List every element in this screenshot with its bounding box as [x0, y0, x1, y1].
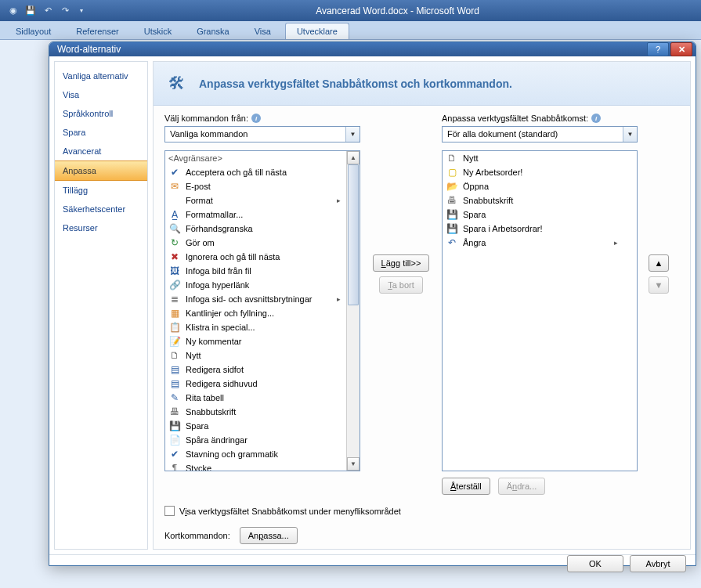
- command-icon: ✎: [168, 391, 181, 404]
- options-main-panel: 🛠 Anpassa verktygsfältet Snabbåtkomst oc…: [153, 61, 691, 550]
- list-item-label: <Avgränsare>: [168, 153, 343, 163]
- list-item[interactable]: 🔗Infoga hyperlänk: [165, 278, 346, 292]
- list-item[interactable]: 🖼Infoga bild från fil: [165, 264, 346, 278]
- undo-icon[interactable]: ↶: [41, 4, 55, 18]
- list-item[interactable]: ✉E-post: [165, 179, 346, 193]
- dialog-titlebar[interactable]: Word-alternativ ? ✕: [49, 42, 696, 56]
- save-icon[interactable]: 💾: [23, 4, 38, 18]
- choose-commands-combo[interactable]: Vanliga kommandon ▼: [164, 126, 360, 142]
- dialog-close-button[interactable]: ✕: [670, 42, 692, 56]
- office-button[interactable]: ◉: [6, 4, 20, 18]
- qat-dropdown-icon[interactable]: ▾: [75, 4, 88, 18]
- list-item[interactable]: 💾Spara: [443, 207, 623, 222]
- customize-icon: 🛠: [164, 71, 190, 96]
- sidebar-item-avancerat[interactable]: Avancerat: [55, 142, 147, 161]
- move-up-button[interactable]: ▲: [649, 254, 669, 272]
- customize-shortcuts-button[interactable]: Anpassa...: [240, 527, 298, 544]
- command-icon: ▤: [168, 363, 181, 376]
- dropdown-arrow-icon[interactable]: ▼: [345, 127, 360, 142]
- list-item[interactable]: 📝Ny kommentar: [165, 334, 346, 348]
- list-item[interactable]: ✔Acceptera och gå till nästa: [165, 165, 346, 179]
- sidebar-item-visa[interactable]: Visa: [55, 85, 147, 104]
- list-item[interactable]: A̲Formatmallar...: [165, 207, 346, 222]
- sidebar-item-vanliga[interactable]: Vanliga alternativ: [55, 67, 147, 85]
- customize-qat-value: För alla dokument (standard): [443, 127, 623, 142]
- list-item[interactable]: 💾Spara i Arbetsordrar!: [443, 222, 623, 236]
- command-icon: 📝: [168, 335, 181, 348]
- list-item[interactable]: ✖Ignorera och gå till nästa: [165, 250, 346, 264]
- sidebar-item-resurser[interactable]: Resurser: [55, 218, 147, 237]
- list-item[interactable]: ✎Rita tabell: [165, 391, 346, 405]
- list-item-label: Format: [186, 196, 329, 205]
- tab-utvecklare[interactable]: Utvecklare: [285, 23, 349, 39]
- list-item[interactable]: 🖶Snabbutskrift: [443, 193, 623, 207]
- list-item[interactable]: 🗋Nytt: [165, 348, 346, 363]
- tab-utskick[interactable]: Utskick: [133, 23, 182, 39]
- qat-commands-list[interactable]: 🗋Nytt▢Ny Arbetsorder!📂Öppna🖶Snabbutskrif…: [442, 150, 638, 471]
- sidebar-item-anpassa[interactable]: Anpassa: [55, 161, 147, 181]
- list-item[interactable]: 🖶Snabbutskrift: [165, 405, 346, 419]
- show-qat-below-checkbox[interactable]: [164, 506, 175, 516]
- list-item[interactable]: ▤Redigera sidfot: [165, 363, 346, 377]
- customize-qat-combo[interactable]: För alla dokument (standard) ▼: [442, 126, 638, 142]
- list-item[interactable]: ¶Stycke: [165, 461, 346, 471]
- sidebar-item-sakerhetscenter[interactable]: Säkerhetscenter: [55, 200, 147, 218]
- sidebar-item-tillagg[interactable]: Tillägg: [55, 181, 147, 200]
- scroll-up-button[interactable]: ▲: [347, 151, 360, 164]
- ok-button[interactable]: OK: [567, 555, 623, 572]
- list-item[interactable]: 📄Spåra ändringar: [165, 433, 346, 447]
- add-button[interactable]: Lägg till>>: [373, 254, 430, 272]
- sidebar-item-sprakkontroll[interactable]: Språkkontroll: [55, 104, 147, 123]
- list-item-label: Ignorera och gå till nästa: [186, 252, 343, 262]
- list-item-label: Öppna: [463, 182, 620, 191]
- available-commands-list[interactable]: <Avgränsare>✔Acceptera och gå till nästa…: [164, 150, 360, 471]
- submenu-arrow-icon: ▸: [334, 295, 343, 303]
- move-down-button[interactable]: ▼: [649, 276, 669, 294]
- tab-granska[interactable]: Granska: [186, 23, 240, 39]
- shortcuts-label: Kortkommandon:: [164, 531, 230, 540]
- list-item-label: Kantlinjer och fyllning...: [186, 308, 343, 318]
- list-item[interactable]: ▤Redigera sidhuvud: [165, 377, 346, 391]
- list-item[interactable]: 📋Klistra in special...: [165, 320, 346, 334]
- scroll-down-button[interactable]: ▼: [347, 457, 360, 471]
- command-icon: 🖼: [168, 265, 181, 277]
- dropdown-arrow-icon[interactable]: ▼: [623, 127, 637, 142]
- info-icon[interactable]: i: [251, 114, 261, 123]
- list-item-label: Spåra ändringar: [186, 435, 343, 445]
- list-item[interactable]: Format▸: [165, 193, 346, 207]
- tab-referenser[interactable]: Referenser: [65, 23, 129, 39]
- tab-sidlayout[interactable]: Sidlayout: [5, 23, 62, 39]
- list-item-label: Spara: [186, 421, 343, 431]
- list-item[interactable]: 💾Spara: [165, 419, 346, 433]
- list-item[interactable]: 📂Öppna: [443, 179, 623, 193]
- scroll-thumb[interactable]: [348, 164, 359, 305]
- redo-icon[interactable]: ↷: [58, 4, 72, 18]
- list-item[interactable]: ↻Gör om: [165, 236, 346, 250]
- command-icon: ▤: [168, 377, 181, 390]
- list-item[interactable]: 🔍Förhandsgranska: [165, 222, 346, 236]
- command-icon: 🖶: [168, 406, 181, 418]
- remove-button[interactable]: Ta bort: [379, 276, 423, 294]
- list-item[interactable]: ≣Infoga sid- och avsnittsbrytningar▸: [165, 292, 346, 306]
- reset-button[interactable]: Återställ: [442, 478, 490, 495]
- list-item-label: Acceptera och gå till nästa: [186, 168, 343, 177]
- list-item-label: Infoga sid- och avsnittsbrytningar: [186, 294, 329, 304]
- command-icon: 📄: [168, 434, 181, 446]
- app-title: Avancerad Word.docx - Microsoft Word: [94, 5, 701, 16]
- command-icon: ≣: [168, 293, 181, 305]
- list-item[interactable]: ↶Ångra▸: [443, 236, 623, 250]
- list-item[interactable]: 🗋Nytt: [443, 151, 623, 165]
- info-icon[interactable]: i: [591, 114, 601, 123]
- sidebar-item-spara[interactable]: Spara: [55, 123, 147, 142]
- list-item[interactable]: ▢Ny Arbetsorder!: [443, 165, 623, 179]
- cancel-button[interactable]: Avbryt: [630, 555, 686, 572]
- list-item[interactable]: ✔Stavning och grammatik: [165, 447, 346, 461]
- scrollbar[interactable]: ▲ ▼: [346, 151, 360, 471]
- tab-visa[interactable]: Visa: [244, 23, 282, 39]
- modify-button[interactable]: Ändra...: [498, 478, 546, 495]
- command-icon: 🗋: [446, 152, 458, 164]
- list-item[interactable]: <Avgränsare>: [165, 151, 346, 165]
- dialog-help-button[interactable]: ?: [647, 42, 669, 56]
- command-icon: ▢: [446, 166, 458, 179]
- list-item[interactable]: ▦Kantlinjer och fyllning...: [165, 306, 346, 320]
